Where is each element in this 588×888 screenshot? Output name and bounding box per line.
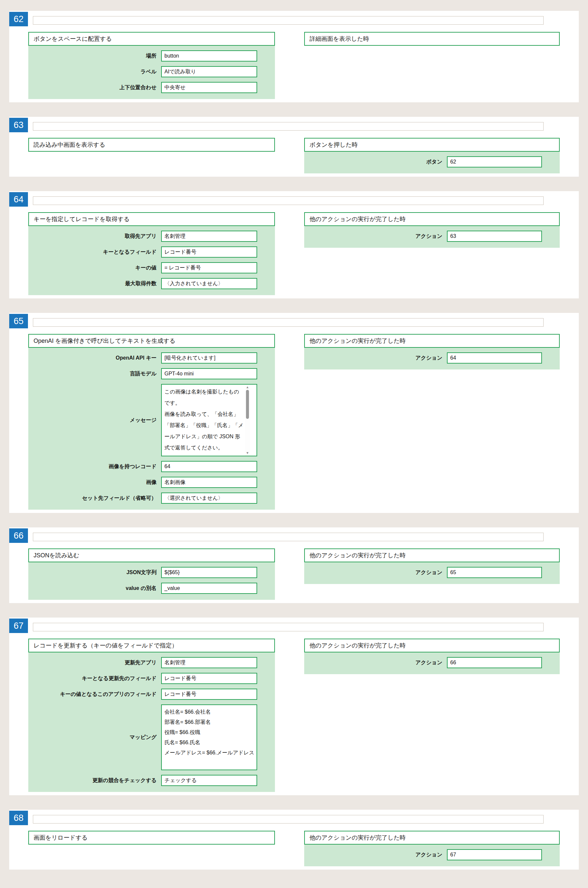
trigger-column: 他のアクションの実行が完了した時 アクション 66 [304, 639, 560, 674]
block-number-badge: 68 [9, 811, 28, 825]
field-value-input[interactable]: 67 [447, 849, 542, 860]
memo-input[interactable] [33, 533, 544, 541]
trigger-fields-panel: ボタン 62 [304, 152, 560, 173]
field-value-input[interactable]: = レコード番号 [161, 262, 257, 273]
trigger-type-title[interactable]: 他のアクションの実行が完了した時 [304, 334, 560, 348]
field-value-input[interactable]: _value [161, 583, 257, 594]
scrollbar[interactable]: ▲ ▼ [245, 385, 250, 456]
memo-input[interactable] [33, 815, 544, 823]
field-value-input[interactable]: 63 [447, 231, 542, 242]
action-type-title[interactable]: レコードを更新する（キーの値をフィールドで指定） [28, 639, 275, 652]
field-label: 上下位置合わせ [119, 84, 156, 91]
field-label: アクション [416, 659, 442, 666]
trigger-type-title[interactable]: 詳細画面を表示した時 [304, 32, 560, 46]
scroll-down-icon[interactable]: ▼ [246, 451, 249, 455]
field-row: キーの値 = レコード番号 [28, 262, 257, 273]
field-value-input[interactable]: AIで読み取り [161, 66, 257, 77]
mapping-textarea[interactable]: 会社名= $66.会社名 部署名= $66.部署名 役職= $66.役職 氏名=… [161, 705, 257, 770]
field-label: 言語モデル [130, 370, 156, 377]
memo-input[interactable] [33, 122, 544, 131]
trigger-fields-panel: アクション 67 [304, 844, 560, 866]
field-row: アクション 65 [304, 567, 542, 578]
field-value-input[interactable]: レコード番号 [161, 673, 257, 684]
action-type-title[interactable]: 読み込み中画面を表示する [28, 138, 275, 152]
block-number-badge: 67 [9, 619, 28, 633]
trigger-type-title[interactable]: 他のアクションの実行が完了した時 [304, 548, 560, 562]
action-type-title[interactable]: OpenAI を画像付きで呼び出してテキストを生成する [28, 334, 275, 348]
field-value-input[interactable]: [暗号化されています] [161, 352, 257, 364]
field-label: アクション [416, 233, 442, 240]
field-value-input[interactable]: GPT-4o mini [161, 368, 257, 379]
field-label: ラベル [140, 68, 156, 75]
field-label: 場所 [146, 53, 156, 60]
field-row: マッピング 会社名= $66.会社名 部署名= $66.部署名 役職= $66.… [28, 705, 257, 770]
action-column: ボタンをスペースに配置する 場所 button ラベル AIで読み取り 上下位置… [28, 32, 275, 99]
field-value-input[interactable]: 名刺管理 [161, 657, 257, 668]
field-value-input[interactable]: 65 [447, 567, 542, 578]
field-label: キーとなる更新先のフィールド [82, 675, 156, 682]
field-row: セット先フィールド（省略可） 〈選択されていません〉 [28, 493, 257, 504]
action-type-title[interactable]: ボタンをスペースに配置する [28, 32, 275, 46]
field-value-input[interactable]: チェックする [161, 775, 257, 786]
field-label: マッピング [130, 734, 156, 741]
block-columns: ボタンをスペースに配置する 場所 button ラベル AIで読み取り 上下位置… [9, 32, 579, 99]
field-value-input[interactable]: 〈入力されていません〉 [161, 278, 257, 289]
field-value-input[interactable]: 名刺管理 [161, 231, 257, 242]
field-row: メッセージ この画像は名刺を撮影したものです。 画像を読み取って、「会社名」「部… [28, 384, 257, 456]
memo-input[interactable] [33, 318, 544, 327]
field-value-input[interactable]: レコード番号 [161, 689, 257, 700]
field-label: 画像を持つレコード [108, 463, 156, 470]
field-row: 場所 button [28, 50, 257, 62]
field-value-input[interactable]: 〈選択されていません〉 [161, 493, 257, 504]
block-62: 62 ボタンをスペースに配置する 場所 button ラベル AIで読み取り 上… [9, 11, 579, 102]
trigger-fields-panel: アクション 64 [304, 348, 560, 370]
field-label: 取得先アプリ [124, 233, 156, 240]
field-label: OpenAI API キー [116, 355, 156, 362]
field-label: 更新の競合をチェックする [92, 777, 156, 784]
field-value-input[interactable]: 64 [447, 352, 542, 364]
block-columns: レコードを更新する（キーの値をフィールドで指定） 更新先アプリ 名刺管理 キーと… [9, 639, 579, 792]
action-type-title[interactable]: キーを指定してレコードを取得する [28, 212, 275, 226]
field-label: 最大取得件数 [125, 280, 156, 287]
block-68: 68 画面をリロードする 他のアクションの実行が完了した時 アクション 67 [9, 810, 579, 870]
field-label: アクション [416, 355, 442, 362]
field-value-input[interactable]: 64 [161, 461, 257, 472]
field-row: キーとなる更新先のフィールド レコード番号 [28, 673, 257, 684]
field-row: キーとなるフィールド レコード番号 [28, 246, 257, 258]
field-value-input[interactable]: ${$65} [161, 567, 257, 578]
trigger-type-title[interactable]: 他のアクションの実行が完了した時 [304, 639, 560, 652]
action-column: JSONを読み込む JSON文字列 ${$65} value の別名 _valu… [28, 548, 275, 600]
field-row: ラベル AIで読み取り [28, 66, 257, 77]
memo-input[interactable] [33, 623, 544, 631]
trigger-type-title[interactable]: 他のアクションの実行が完了した時 [304, 212, 560, 226]
block-number-badge: 63 [9, 118, 28, 132]
scrollbar-thumb[interactable] [246, 390, 249, 419]
trigger-type-title[interactable]: ボタンを押した時 [304, 138, 560, 152]
field-value-input[interactable]: button [161, 50, 257, 62]
field-value-input[interactable]: 名刺画像 [161, 477, 257, 488]
field-value-input[interactable]: レコード番号 [161, 246, 257, 258]
block-columns: OpenAI を画像付きで呼び出してテキストを生成する OpenAI API キ… [9, 334, 579, 509]
field-value-input[interactable]: 66 [447, 657, 542, 668]
field-label: ボタン [426, 159, 442, 165]
trigger-column: 他のアクションの実行が完了した時 アクション 63 [304, 212, 560, 248]
trigger-column: 他のアクションの実行が完了した時 アクション 65 [304, 548, 560, 584]
message-textarea[interactable]: この画像は名刺を撮影したものです。 画像を読み取って、「会社名」「部署名」「役職… [161, 384, 257, 456]
action-fields-panel: OpenAI API キー [暗号化されています] 言語モデル GPT-4o m… [28, 348, 275, 509]
field-value-input[interactable]: 62 [447, 156, 542, 167]
field-value-input[interactable]: 中央寄せ [161, 82, 257, 93]
field-label: キーの値となるこのアプリのフィールド [60, 691, 156, 698]
trigger-type-title[interactable]: 他のアクションの実行が完了した時 [304, 831, 560, 844]
field-label: 画像 [146, 479, 156, 486]
memo-input[interactable] [33, 16, 544, 25]
action-type-title[interactable]: JSONを読み込む [28, 548, 275, 562]
scroll-up-icon[interactable]: ▲ [246, 386, 249, 389]
field-label: value の別名 [126, 585, 156, 592]
block-64: 64 キーを指定してレコードを取得する 取得先アプリ 名刺管理 キーとなるフィー… [9, 191, 579, 298]
field-label: キーの値 [135, 264, 156, 272]
block-63: 63 読み込み中画面を表示する ボタンを押した時 ボタン 62 [9, 117, 579, 177]
memo-input[interactable] [33, 197, 544, 205]
field-row: キーの値となるこのアプリのフィールド レコード番号 [28, 689, 257, 700]
block-number-badge: 66 [9, 528, 28, 543]
action-type-title[interactable]: 画面をリロードする [28, 831, 275, 844]
